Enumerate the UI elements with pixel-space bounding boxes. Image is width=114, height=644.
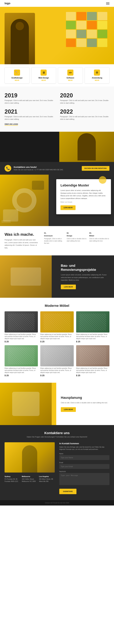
what-description: Paragraph. Click to edit and add your ow… [5,238,38,249]
service-card-web[interactable]: 🖥 Web-Design MEHR [31,67,56,84]
service-card-software[interactable]: </> Software MEHR [58,67,83,84]
furniture-desc-1: Etiam adipiscing mi sed facilisis gravid… [5,334,38,340]
in-contact-title: In Kontakt kommen [59,442,109,445]
office-sydney-city: Sydney [5,476,20,477]
read-more-link[interactable]: Über uns lesen [5,124,18,126]
living-credit: Bilder von freepik [61,201,107,203]
app-icon: ⚙ [94,70,100,76]
hamburger-menu[interactable] [106,2,109,4]
office-la-address: 350 Albert Street, 9B Albert Alb 390 [39,478,55,482]
contact-banner: 📞 Kontaktiere uns heute! Rufen Sie uns n… [0,162,114,175]
web-mehr[interactable]: MEHR [33,80,54,81]
contact-section-subtitle: Haben Sie Fragen oder Anmerkungen? Schre… [5,436,109,438]
furniture-img-4 [5,345,38,366]
footer-text: Gebaut mit Freude für die freie Welt [5,502,109,504]
service-card-grafik[interactable]: ✏️ Grafikdesign MEHR [5,67,29,84]
what-item-design: 02. Design Click to edit or double-click… [67,232,87,249]
living-card: Lebendige Muster Lorem ipsum dolor sit a… [56,179,111,214]
house-planning-image [0,383,52,425]
furniture-price-3: $ 25 [76,340,109,343]
renovation-content: Bau- und Renovierungsprojekte Lorem ipsu… [56,256,114,298]
furniture-desc-2: Etiam adipiscing mi sed facilisis gravid… [40,334,74,340]
year-item-2019: 2019 Paragraph. Click to edit and add yo… [5,92,54,104]
contact-form-panel: In Kontakt kommen Haben Sie eine Anfrage… [59,442,109,494]
renovation-title: Bau- und Renovierungsprojekte [61,264,109,272]
what-item-design-text: Click to edit or double-click to start e… [67,238,87,242]
furniture-item-5[interactable]: Etiam adipiscing mi sed facilisis gravid… [40,345,74,377]
furniture-price-5: $ 25 [40,374,74,377]
renovation-learn-more-button[interactable]: LERN MEHR [61,284,76,289]
living-title: Lebendige Muster [61,184,107,187]
woman-photo [59,132,114,162]
fabric-pattern-5 [44,347,70,364]
furniture-img-1 [5,311,38,332]
what-left: Was ich mache. Paragraph. Click to edit … [5,232,38,249]
hero-decoration [65,11,108,48]
service-card-app[interactable]: ⚙ Anwendung MEHR [85,67,109,84]
what-item-mobel-text: Click to edit or double-click to start e… [89,238,109,242]
name-input[interactable] [59,455,109,460]
furniture-price-4: $ 25 [5,374,38,377]
living-learn-more-button[interactable]: LERN MEHR [61,205,76,210]
what-item-mobel-title: Möbel [89,235,109,237]
office-sydney: Sydney Po Fountain 96, 96 Fountain 9600-… [5,476,20,482]
furniture-item-3[interactable]: Etiam adipiscing mi sed facilisis gravid… [76,311,109,343]
contact-section: Kontaktiere uns Haben Sie Fragen oder An… [0,425,114,500]
what-item-innenraum-num: 01. [44,232,64,234]
office-melbourne-address: 163 Collins Street, Melbourne VIC 3000 [22,478,37,482]
woman-section [0,132,114,162]
fabric-pattern-1 [8,314,34,330]
service-cards-section: ✏️ Grafikdesign MEHR 🖥 Web-Design MEHR <… [0,64,114,86]
furniture-img-5 [40,345,74,366]
contact-left: Sydney Po Fountain 96, 96 Fountain 9600-… [5,442,55,494]
contact-section-title: Kontaktiere uns [5,431,109,435]
phone-icon: 📞 [5,165,11,172]
grafik-title: Grafikdesign [6,77,28,79]
submit-button[interactable]: SABMITARE [59,489,76,494]
year-2021: 2021 [5,109,54,114]
year-2019: 2019 [5,92,54,98]
year-2022: 2022 [60,109,109,114]
house-planning-section: Hausplanung Click to edit. Click to edit… [0,383,114,425]
year-item-2022: 2022 Paragraph. Click to edit and add yo… [60,109,109,120]
software-icon: </> [67,70,73,76]
fabric-pattern-6 [80,347,106,364]
living-patterns-section: Lebendige Muster Lorem ipsum dolor sit a… [0,175,114,226]
woman-silhouette [78,133,96,160]
furniture-section: Moderne Möbel Etiam adipiscing mi sed fa… [0,298,114,383]
email-input[interactable] [59,464,109,469]
header: logo [0,0,114,7]
house-planning-title: Hausplanung [61,396,109,400]
renovation-text: Lorem ipsum dolor sit amet, consectetur … [61,274,109,282]
house-planning-button[interactable]: LERN MEHR [61,407,76,412]
furniture-item-6[interactable]: Etiam adipiscing mi sed facilisis gravid… [76,345,109,377]
year-item-2020: 2020 Paragraph. Click to edit and add yo… [60,92,109,104]
software-mehr[interactable]: MEHR [60,80,81,81]
living-left-image [0,175,49,226]
furniture-grid: Etiam adipiscing mi sed facilisis gravid… [5,311,109,377]
fabric-pattern-2 [44,314,70,330]
footer: Gebaut mit Freude für die freie Welt [0,500,114,506]
message-field-group: Nachricht [59,471,109,486]
message-textarea[interactable] [59,473,109,485]
year-2020-text: Paragraph. Click to edit and add your ow… [60,99,109,104]
book-consultation-button[interactable]: BUCHEN SIE EINE BERATUNG [82,166,109,171]
office-melbourne: Melbourne 163 Collins Street, Melbourne … [22,476,37,482]
contact-banner-title: Kontaktiere uns heute! [14,166,63,168]
furniture-item-1[interactable]: Etiam adipiscing mi sed facilisis gravid… [5,311,38,343]
contact-banner-left: 📞 Kontaktiere uns heute! Rufen Sie uns n… [5,165,63,172]
furniture-img-3 [76,311,109,332]
furniture-price-1: $ 25 [5,340,38,343]
office-los-angeles: Los Angeles 350 Albert Street, 9B Albert… [39,476,55,482]
what-i-do-section: Was ich mache. Paragraph. Click to edit … [0,226,114,256]
app-mehr[interactable]: MEHR [86,80,108,81]
offices-list: Sydney Po Fountain 96, 96 Fountain 9600-… [5,476,55,482]
furniture-title: Moderne Möbel [5,304,109,308]
furniture-item-2[interactable]: Etiam adipiscing mi sed facilisis gravid… [40,311,74,343]
contact-grid: Sydney Po Fountain 96, 96 Fountain 9600-… [5,442,109,494]
year-2021-text: Paragraph. Click to edit and add your ow… [5,115,54,120]
software-title: Software [60,77,81,79]
furniture-item-4[interactable]: Etiam adipiscing mi sed facilisis gravid… [5,345,38,377]
grafik-mehr[interactable]: MEHR [6,80,28,81]
house-planning-content: Hausplanung Click to edit. Click to edit… [56,383,114,425]
